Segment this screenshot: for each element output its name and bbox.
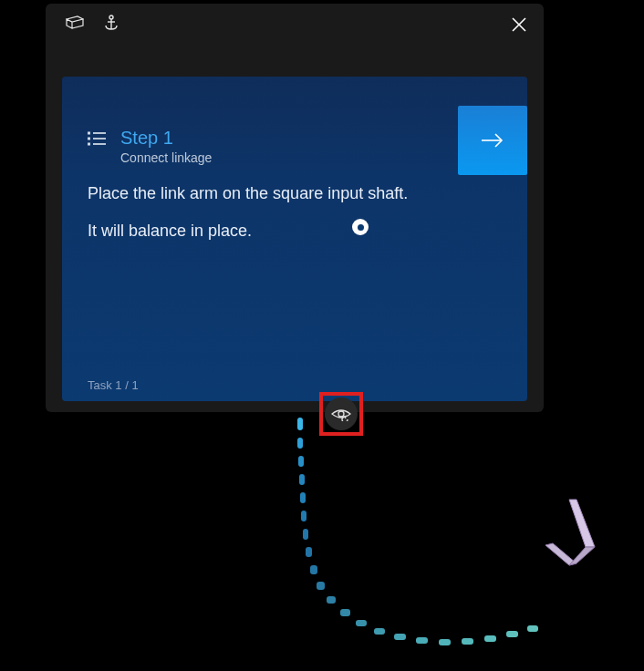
svg-point-12 xyxy=(338,411,344,417)
instruction-line-2: It will balance in place. xyxy=(88,219,502,243)
close-icon xyxy=(511,16,527,33)
instruction-line-1: Place the link arm on the square input s… xyxy=(88,181,502,206)
panel-titlebar xyxy=(46,4,544,46)
path-dot xyxy=(301,511,306,521)
svg-rect-8 xyxy=(88,132,90,135)
next-button[interactable] xyxy=(458,106,527,175)
path-dot xyxy=(527,625,538,632)
path-dot xyxy=(340,609,350,616)
instruction-panel: Step 1 Connect linkage Place the link ar… xyxy=(46,4,544,412)
follow-gaze-button[interactable] xyxy=(325,397,358,430)
path-dot xyxy=(506,631,518,637)
path-dot xyxy=(416,637,428,644)
close-button[interactable] xyxy=(511,16,527,33)
task-counter: Task 1 / 1 xyxy=(88,378,139,392)
path-dot xyxy=(439,639,451,645)
path-dot xyxy=(298,456,304,467)
focus-dot-marker xyxy=(352,219,369,235)
path-dot xyxy=(327,596,336,604)
svg-marker-13 xyxy=(569,500,595,547)
list-icon xyxy=(88,131,106,150)
path-dot xyxy=(317,582,325,590)
arrow-right-icon xyxy=(480,131,505,150)
path-dot xyxy=(297,438,303,449)
path-dot xyxy=(462,638,473,645)
path-dot xyxy=(303,529,308,540)
step-header: Step 1 Connect linkage xyxy=(88,128,502,165)
step-content: Step 1 Connect linkage Place the link ar… xyxy=(62,77,527,401)
svg-rect-9 xyxy=(88,138,90,140)
path-dot xyxy=(297,418,303,430)
path-dot xyxy=(299,474,305,485)
svg-point-0 xyxy=(109,15,113,19)
path-dot xyxy=(300,492,306,503)
path-dot xyxy=(310,565,317,574)
world-anchor-arrow xyxy=(540,492,613,583)
titlebar-left-icons xyxy=(66,15,119,31)
step-title: Step 1 xyxy=(120,128,212,149)
anchor-icon[interactable] xyxy=(104,15,119,31)
path-dot xyxy=(484,635,496,642)
svg-rect-10 xyxy=(88,143,90,146)
follow-gaze-icon xyxy=(331,407,351,421)
path-dot xyxy=(306,547,312,557)
step-title-block: Step 1 Connect linkage xyxy=(120,128,212,165)
path-dot xyxy=(356,620,367,626)
window-icon[interactable] xyxy=(66,15,84,30)
path-dot xyxy=(394,634,406,640)
follow-button-highlight xyxy=(319,392,363,436)
path-dot xyxy=(374,628,385,635)
svg-marker-15 xyxy=(569,547,595,565)
step-subtitle: Connect linkage xyxy=(120,150,212,165)
